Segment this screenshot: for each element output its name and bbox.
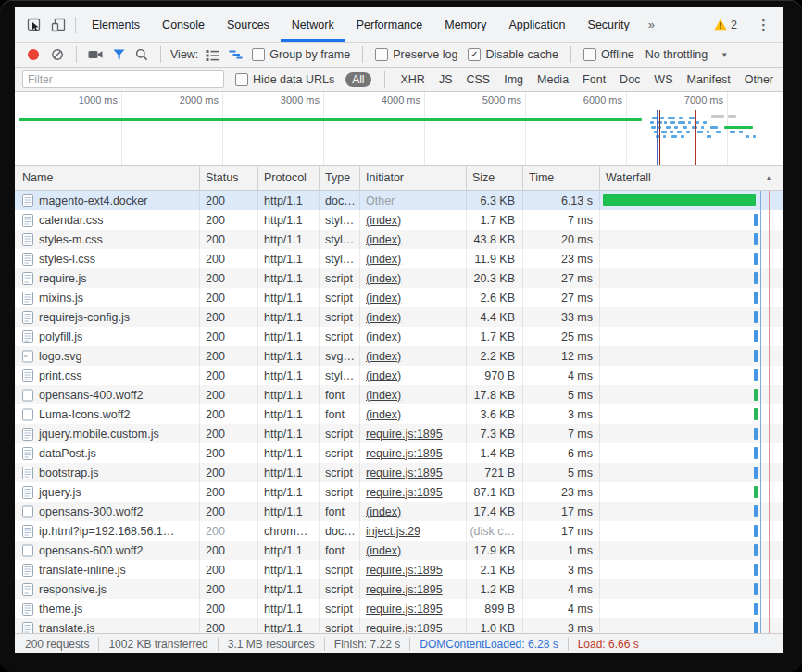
initiator-link[interactable]: require.js:1895 <box>366 428 443 441</box>
network-request-row[interactable]: styles-l.css200http/1.1styl…(index)11.9 … <box>15 249 783 268</box>
group-by-frame-checkbox[interactable]: Group by frame <box>252 48 350 61</box>
network-request-row[interactable]: responsive.js200http/1.1scriptrequire.js… <box>15 579 783 599</box>
network-request-row[interactable]: jquery.js200http/1.1scriptrequire.js:189… <box>15 482 783 502</box>
network-request-row[interactable]: opensans-400.woff2200http/1.1font(index)… <box>15 385 783 404</box>
initiator-link[interactable]: (index) <box>366 292 401 305</box>
inspect-element-button[interactable] <box>22 13 46 37</box>
initiator-link[interactable]: (index) <box>366 408 401 421</box>
network-request-row[interactable]: translate.js200http/1.1scriptrequire.js:… <box>15 618 783 633</box>
filter-type-ws[interactable]: WS <box>651 73 675 86</box>
network-request-row[interactable]: theme.js200http/1.1scriptrequire.js:1895… <box>15 599 783 618</box>
network-request-row[interactable]: mixins.js200http/1.1script(index)2.6 KB2… <box>15 288 783 307</box>
request-name: ip.html?ip=192.168.56.1… <box>39 525 174 538</box>
filter-type-media[interactable]: Media <box>534 73 571 86</box>
network-request-row[interactable]: opensans-300.woff2200http/1.1font(index)… <box>15 502 783 521</box>
tab-memory[interactable]: Memory <box>433 7 497 42</box>
initiator-link[interactable]: inject.js:29 <box>366 525 420 538</box>
network-request-row[interactable]: polyfill.js200http/1.1script(index)1.7 K… <box>15 327 783 346</box>
tab-network[interactable]: Network <box>281 7 345 42</box>
devtools-content: ElementsConsoleSourcesNetworkPerformance… <box>15 7 783 653</box>
more-tabs-button[interactable]: » <box>641 18 662 31</box>
initiator-link[interactable]: (index) <box>366 253 401 266</box>
network-request-row[interactable]: styles-m.css200http/1.1styl…(index)43.8 … <box>15 230 783 249</box>
network-request-row[interactable]: magento-ext4.docker200http/1.1doc…Other6… <box>15 191 783 210</box>
filter-type-all[interactable]: All <box>345 72 370 87</box>
initiator-link[interactable]: require.js:1895 <box>366 564 443 577</box>
devtools-menu-button[interactable]: ⋮ <box>751 17 776 33</box>
large-rows-toggle-button[interactable] <box>203 45 221 64</box>
console-warnings-badge[interactable]: 2 <box>710 19 741 31</box>
filter-type-xhr[interactable]: XHR <box>398 73 428 86</box>
protocol-value: http/1.1 <box>264 622 303 634</box>
column-header-size[interactable]: Size <box>467 166 523 190</box>
cell-size: 2.2 KB <box>467 346 523 366</box>
filter-type-other[interactable]: Other <box>742 73 776 86</box>
sort-arrow-icon[interactable]: ▲ <box>765 174 772 182</box>
network-request-row[interactable]: bootstrap.js200http/1.1scriptrequire.js:… <box>15 463 783 482</box>
initiator-link[interactable]: (index) <box>366 350 401 363</box>
filter-type-img[interactable]: Img <box>501 73 526 86</box>
tab-security[interactable]: Security <box>577 7 641 42</box>
column-header-time[interactable]: Time <box>523 166 600 190</box>
filter-type-css[interactable]: CSS <box>464 73 494 86</box>
network-request-row[interactable]: jquery.mobile.custom.js200http/1.1script… <box>15 424 783 443</box>
initiator-link[interactable]: (index) <box>366 389 401 402</box>
cell-protocol: http/1.1 <box>258 249 320 268</box>
network-request-row[interactable]: translate-inline.js200http/1.1scriptrequ… <box>15 560 783 579</box>
network-request-row[interactable]: print.css200http/1.1styl…(index)970 B4 m… <box>15 366 783 385</box>
initiator-link[interactable]: (index) <box>366 214 401 227</box>
filter-type-manifest[interactable]: Manifest <box>683 73 733 86</box>
column-header-initiator[interactable]: Initiator <box>360 166 467 190</box>
network-request-row[interactable]: logo.svg200http/1.1svg…(index)2.2 KB12 m… <box>15 346 783 366</box>
initiator-link[interactable]: (index) <box>366 330 401 343</box>
initiator-link[interactable]: (index) <box>366 233 401 246</box>
initiator-link[interactable]: (index) <box>366 544 401 557</box>
network-request-row[interactable]: Luma-Icons.woff2200http/1.1font(index)3.… <box>15 404 783 424</box>
initiator-link[interactable]: require.js:1895 <box>366 583 443 596</box>
initiator-link[interactable]: (index) <box>366 369 401 382</box>
clear-button[interactable] <box>48 45 67 64</box>
initiator-link[interactable]: require.js:1895 <box>366 467 443 479</box>
network-request-row[interactable]: calendar.css200http/1.1styl…(index)1.7 K… <box>15 210 783 230</box>
preserve-log-checkbox[interactable]: Preserve log <box>375 48 457 61</box>
filter-toggle-button[interactable] <box>109 45 128 64</box>
initiator-link[interactable]: (index) <box>366 311 401 324</box>
offline-checkbox[interactable]: Offline <box>583 48 634 61</box>
column-header-type[interactable]: Type <box>320 166 360 190</box>
overview-toggle-button[interactable] <box>226 45 244 64</box>
column-header-waterfall[interactable]: Waterfall▲ <box>600 166 783 190</box>
device-toolbar-button[interactable] <box>46 13 70 37</box>
initiator-link[interactable]: require.js:1895 <box>366 603 443 616</box>
throttling-select[interactable]: No throttling ▼ <box>645 48 728 61</box>
initiator-link[interactable]: require.js:1895 <box>366 486 443 499</box>
initiator-link[interactable]: require.js:1895 <box>366 622 443 634</box>
initiator-link[interactable]: require.js:1895 <box>366 447 443 460</box>
initiator-link[interactable]: (index) <box>366 505 401 518</box>
network-request-row[interactable]: require.js200http/1.1script(index)20.3 K… <box>15 268 783 288</box>
waterfall-overview[interactable]: 1000 ms2000 ms3000 ms4000 ms5000 ms6000 … <box>15 92 783 166</box>
tab-performance[interactable]: Performance <box>345 7 434 42</box>
column-header-protocol[interactable]: Protocol <box>258 166 320 190</box>
initiator-link[interactable]: (index) <box>366 272 401 285</box>
tab-console[interactable]: Console <box>151 7 216 42</box>
filter-type-js[interactable]: JS <box>436 73 456 86</box>
filter-type-font[interactable]: Font <box>580 73 608 86</box>
network-request-row[interactable]: requirejs-config.js200http/1.1script(ind… <box>15 307 783 327</box>
network-request-row[interactable]: dataPost.js200http/1.1scriptrequire.js:1… <box>15 443 783 463</box>
filter-type-doc[interactable]: Doc <box>617 73 643 86</box>
tab-application[interactable]: Application <box>497 7 576 42</box>
network-request-row[interactable]: opensans-600.woff2200http/1.1font(index)… <box>15 541 783 560</box>
cell-protocol: http/1.1 <box>258 579 320 599</box>
record-button[interactable] <box>28 49 39 60</box>
request-name: styles-l.css <box>39 253 95 266</box>
tab-sources[interactable]: Sources <box>216 7 281 42</box>
column-header-status[interactable]: Status <box>200 166 258 190</box>
disable-cache-checkbox[interactable]: ✓ Disable cache <box>468 48 558 61</box>
hide-data-urls-checkbox[interactable]: Hide data URLs <box>235 73 334 86</box>
capture-screenshots-button[interactable] <box>86 45 105 64</box>
tab-elements[interactable]: Elements <box>81 7 151 42</box>
column-header-name[interactable]: Name <box>15 166 200 190</box>
search-button[interactable] <box>132 45 151 64</box>
network-request-row[interactable]: ip.html?ip=192.168.56.1…200chrom…doc…inj… <box>15 521 783 541</box>
filter-input[interactable] <box>22 70 224 88</box>
